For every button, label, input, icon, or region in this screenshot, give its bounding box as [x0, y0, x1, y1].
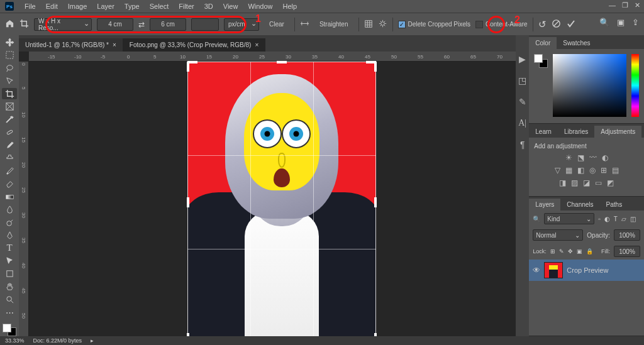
canvas[interactable]	[187, 62, 376, 343]
close-tab-icon[interactable]: ×	[113, 41, 116, 48]
crop-width-input[interactable]	[97, 18, 133, 31]
adj-threshold-icon[interactable]: ◪	[583, 178, 590, 187]
window-minimize[interactable]: —	[609, 1, 616, 9]
opacity-input[interactable]	[614, 229, 640, 241]
adj-invert-icon[interactable]: ◨	[559, 178, 566, 187]
layer-visibility-icon[interactable]: 👁	[533, 266, 540, 275]
tool-marquee[interactable]	[2, 49, 17, 60]
workspace-icon[interactable]: ▣	[617, 18, 625, 27]
ruler-horizontal[interactable]: -15-10-50510152025303540455055606570	[29, 52, 516, 62]
share-icon[interactable]: ⇪	[632, 18, 639, 27]
foreground-background-swatch[interactable]	[3, 324, 16, 336]
filter-shape-icon[interactable]: ▱	[621, 216, 626, 222]
tool-type[interactable]: T	[2, 243, 17, 254]
hue-slider[interactable]	[631, 54, 639, 117]
tab-learn[interactable]: Learn	[529, 126, 558, 138]
tab-swatches[interactable]: Swatches	[557, 37, 596, 49]
tab-paths[interactable]: Paths	[600, 199, 629, 211]
window-close[interactable]: ✕	[635, 1, 640, 9]
tool-blur[interactable]	[2, 204, 17, 215]
ratio-preset-dropdown[interactable]: W x H x Reso...	[34, 18, 92, 31]
menu-filter[interactable]: Filter	[174, 3, 198, 10]
tool-path-select[interactable]	[2, 255, 17, 266]
tool-lasso[interactable]	[2, 62, 17, 74]
color-swatch[interactable]	[534, 54, 548, 68]
crop-tool-icon[interactable]	[19, 19, 29, 30]
menu-select[interactable]: Select	[145, 3, 174, 10]
adj-mixer-icon[interactable]: ⊞	[601, 166, 607, 175]
tab-fotoo[interactable]: Fotoo.png @ 33,3% (Crop Preview, RGB/8)×	[123, 38, 265, 52]
menu-help[interactable]: Help	[279, 3, 302, 10]
overlay-options-icon[interactable]	[364, 19, 373, 30]
menu-image[interactable]: Image	[64, 3, 92, 10]
cancel-crop-icon[interactable]	[552, 19, 561, 30]
doc-size[interactable]: Doc: 6.22M/0 bytes	[33, 337, 82, 344]
adj-photo-filter-icon[interactable]: ◎	[589, 166, 596, 175]
fill-input[interactable]	[614, 246, 640, 257]
adj-exposure-icon[interactable]: ◐	[602, 153, 608, 162]
lock-position-icon[interactable]: ✥	[568, 248, 573, 255]
tool-gradient[interactable]	[2, 191, 17, 202]
crop-settings-icon[interactable]	[378, 19, 387, 30]
tool-eraser[interactable]	[2, 178, 17, 189]
resolution-unit-dropdown[interactable]: px/cm	[224, 18, 259, 31]
status-arrow-icon[interactable]: ▸	[91, 337, 94, 344]
filter-adj-icon[interactable]: ◐	[604, 216, 610, 222]
tab-untitled[interactable]: Untitled-1 @ 16,7% (RGB/8) *×	[19, 38, 123, 52]
tab-color[interactable]: Color	[529, 37, 557, 49]
menu-view[interactable]: View	[219, 3, 243, 10]
zoom-level[interactable]: 33.33%	[5, 337, 25, 344]
filter-image-icon[interactable]: ▫	[598, 216, 601, 222]
menu-layer[interactable]: Layer	[92, 3, 119, 10]
tool-brush[interactable]	[2, 140, 17, 151]
adj-posterize-icon[interactable]: ▨	[571, 178, 578, 187]
color-picker-field[interactable]	[553, 54, 626, 117]
straighten-button[interactable]: Straighten	[314, 19, 353, 29]
play-icon[interactable]: ▶	[519, 54, 526, 64]
close-tab-icon[interactable]: ×	[255, 41, 258, 48]
adj-vibrance-icon[interactable]: ▽	[555, 166, 560, 175]
tool-eyedropper[interactable]	[2, 114, 17, 125]
adj-brightness-icon[interactable]: ☀	[565, 153, 572, 162]
lock-pixels-icon[interactable]: ✎	[559, 248, 564, 255]
history-icon[interactable]: ◳	[518, 75, 526, 85]
clear-button[interactable]: Clear	[264, 19, 289, 29]
tool-healing[interactable]	[2, 126, 17, 138]
adj-selective-icon[interactable]: ◩	[607, 178, 614, 187]
paragraph-icon[interactable]: ¶	[520, 140, 525, 150]
tool-zoom[interactable]	[2, 294, 17, 305]
straighten-icon[interactable]	[300, 19, 309, 30]
reset-crop-icon[interactable]: ↺	[538, 19, 547, 30]
tool-pen[interactable]	[2, 229, 17, 241]
layer-row[interactable]: 👁 Crop Preview	[529, 260, 644, 281]
crop-height-input[interactable]	[150, 18, 186, 31]
adj-gradient-map-icon[interactable]: ▭	[595, 178, 602, 187]
tab-channels[interactable]: Channels	[560, 199, 599, 211]
menu-3d[interactable]: 3D	[200, 3, 218, 10]
lock-all-icon[interactable]: 🔒	[586, 248, 593, 255]
commit-crop-icon[interactable]	[566, 19, 576, 30]
tool-history-brush[interactable]	[2, 165, 17, 177]
search-icon[interactable]: 🔍	[599, 18, 609, 27]
tool-quick-select[interactable]	[2, 75, 17, 86]
home-icon[interactable]	[5, 19, 14, 30]
blend-mode-dropdown[interactable]: Normal	[533, 229, 583, 241]
tool-shape[interactable]	[2, 268, 17, 280]
menu-type[interactable]: Type	[120, 3, 144, 10]
delete-cropped-checkbox[interactable]: ✓Delete Cropped Pixels	[398, 21, 471, 28]
layer-name[interactable]: Crop Preview	[567, 266, 608, 274]
tab-libraries[interactable]: Libraries	[558, 126, 594, 138]
lock-artboard-icon[interactable]: ▣	[577, 248, 582, 255]
menu-window[interactable]: Window	[243, 3, 277, 10]
tool-clone[interactable]	[2, 152, 17, 163]
tool-dodge[interactable]	[2, 217, 17, 228]
filter-type-icon[interactable]: T	[614, 216, 618, 222]
adj-levels-icon[interactable]: ⬔	[577, 153, 584, 162]
adj-curves-icon[interactable]: 〰	[589, 153, 597, 162]
tool-crop[interactable]	[2, 88, 17, 99]
menu-edit[interactable]: Edit	[42, 3, 62, 10]
layer-filter-dropdown[interactable]: Kind	[544, 213, 594, 224]
tab-adjustments[interactable]: Adjustments	[594, 126, 641, 138]
tool-move[interactable]	[2, 36, 17, 48]
character-icon[interactable]: A|	[518, 118, 526, 128]
